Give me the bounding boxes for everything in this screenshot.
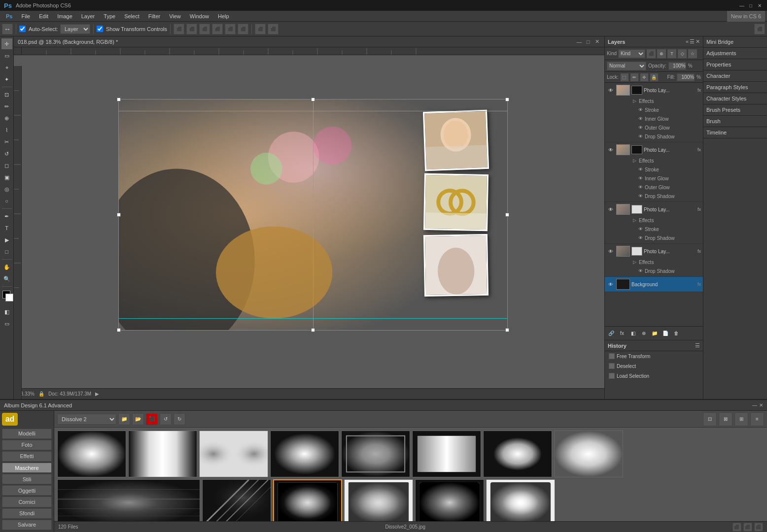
transform-handle-bm[interactable] xyxy=(311,328,315,332)
new-adj-layer-btn[interactable]: ⊕ xyxy=(639,329,648,338)
album-undo-btn[interactable]: ↺ xyxy=(160,413,172,425)
layer-2-effects-eye[interactable]: ▷ xyxy=(631,158,637,164)
brush-header[interactable]: Brush xyxy=(703,116,767,127)
kind-select[interactable]: Kind xyxy=(618,49,645,58)
quick-mask-btn[interactable]: ◧ xyxy=(1,306,12,317)
layer-item-1[interactable]: 👁 Photo Lay... fx ▷ Effects xyxy=(605,83,703,142)
album-minimize[interactable]: — xyxy=(752,402,757,408)
album-modelli-btn[interactable]: Modelli xyxy=(2,429,52,439)
filter-smart-btn[interactable]: ☆ xyxy=(688,49,697,58)
layer-1-drop-shadow-eye[interactable]: 👁 xyxy=(637,133,643,139)
layer-3-stroke-eye[interactable]: 👁 xyxy=(637,226,643,232)
album-sfondi-btn[interactable]: Sfondi xyxy=(2,508,52,519)
layers-panel-menu[interactable]: ☰ xyxy=(690,38,695,45)
layer-3-visibility[interactable]: 👁 xyxy=(607,205,615,213)
auto-select-dropdown[interactable]: Layer Group xyxy=(60,24,90,34)
transform-handle-br[interactable] xyxy=(505,328,509,332)
layer-item-4[interactable]: 👁 Photo Lay... fx ▷ Effects xyxy=(605,244,703,277)
marquee-tool[interactable]: ▭ xyxy=(1,50,12,61)
transform-handle-tl[interactable] xyxy=(117,98,121,101)
history-item-load-selection[interactable]: Load Selection xyxy=(605,371,703,381)
blend-mode-select[interactable]: Normal Dissolve Multiply xyxy=(607,62,646,70)
healing-tool[interactable]: ⊕ xyxy=(1,113,12,124)
mask-thumb-8[interactable] xyxy=(554,431,623,477)
add-style-btn[interactable]: fx xyxy=(618,329,627,338)
doc-maximize[interactable]: □ xyxy=(585,38,592,45)
menu-help[interactable]: Help xyxy=(214,12,233,20)
album-redo-btn[interactable]: ↻ xyxy=(174,413,185,425)
doc-minimize[interactable]: — xyxy=(576,38,583,45)
mask-thumb-3[interactable] xyxy=(199,431,268,477)
color-boxes[interactable] xyxy=(1,291,12,301)
layer-1-stroke-eye[interactable]: 👁 xyxy=(637,107,643,113)
transform-handle-tr[interactable] xyxy=(505,98,509,101)
album-stili-btn[interactable]: Stili xyxy=(2,474,52,484)
move-tool[interactable]: ✛ xyxy=(1,38,12,49)
clone-tool[interactable]: ✂ xyxy=(1,136,12,147)
album-folder-btn[interactable]: 📂 xyxy=(132,413,144,425)
album-mask-btn[interactable]: ⬛ xyxy=(146,413,158,425)
layer-4-fx[interactable]: fx xyxy=(697,249,701,254)
path-select-tool[interactable]: ▶ xyxy=(1,234,12,245)
lasso-tool[interactable]: ⌖ xyxy=(1,62,12,73)
mask-thumb-14[interactable] xyxy=(486,479,555,521)
menu-type[interactable]: Type xyxy=(100,12,119,20)
properties-header[interactable]: Properties xyxy=(703,59,767,70)
menu-file[interactable]: File xyxy=(17,12,34,20)
layer-2-fx[interactable]: fx xyxy=(697,147,701,152)
status-arrow[interactable]: ▶ xyxy=(95,391,99,397)
album-list-btn[interactable]: ≡ xyxy=(750,412,764,426)
background-color[interactable] xyxy=(5,294,13,301)
blur-tool[interactable]: ◎ xyxy=(1,184,12,195)
minimize-button[interactable]: — xyxy=(738,2,745,9)
layer-bg-fx[interactable]: fx xyxy=(697,282,701,287)
menu-window[interactable]: Window xyxy=(186,12,213,20)
align-right-btn[interactable]: ⬛ xyxy=(199,24,210,34)
mask-thumb-10[interactable] xyxy=(202,479,271,521)
doc-close[interactable]: ✕ xyxy=(593,38,600,45)
history-brush-tool[interactable]: ↺ xyxy=(1,148,12,159)
filter-type-btn[interactable]: T xyxy=(667,49,676,58)
fill-input[interactable] xyxy=(677,73,695,81)
opacity-input[interactable] xyxy=(668,62,686,70)
screen-mode-btn[interactable]: ▭ xyxy=(1,318,12,329)
auto-select-checkbox[interactable] xyxy=(19,26,26,32)
mask-thumb-2[interactable] xyxy=(128,431,197,477)
layer-4-visibility[interactable]: 👁 xyxy=(607,247,615,255)
new-in-cs6-badge[interactable]: New in CS 6 xyxy=(727,11,765,22)
layer-item-background[interactable]: 👁 Background fx xyxy=(605,277,703,292)
menu-filter[interactable]: Filter xyxy=(144,12,164,20)
layer-2-visibility[interactable]: 👁 xyxy=(607,146,615,154)
filter-pixel-btn[interactable]: ⬛ xyxy=(647,49,656,58)
type-tool[interactable]: T xyxy=(1,223,12,233)
transform-handle-ml[interactable] xyxy=(117,213,121,217)
album-folder-open-btn[interactable]: 📁 xyxy=(118,413,130,425)
mask-thumb-7[interactable] xyxy=(483,431,552,477)
eraser-tool[interactable]: ◻ xyxy=(1,160,12,171)
history-panel-menu[interactable]: ☰ xyxy=(695,342,700,349)
character-styles-header[interactable]: Character Styles xyxy=(703,93,767,104)
menu-ps[interactable]: Ps xyxy=(2,12,16,20)
layer-2-outer-glow-eye[interactable]: 👁 xyxy=(637,184,643,190)
timeline-header[interactable]: Timeline xyxy=(703,127,767,138)
crop-tool[interactable]: ⊡ xyxy=(1,89,12,100)
align-middle-btn[interactable]: ⬛ xyxy=(225,24,236,34)
album-status-btn1[interactable]: ⬛ xyxy=(732,523,741,532)
history-item-free-transform[interactable]: Free Transform xyxy=(605,351,703,361)
paragraph-styles-header[interactable]: Paragraph Styles xyxy=(703,82,767,93)
show-transform-checkbox[interactable] xyxy=(97,26,103,32)
canvas-container[interactable] xyxy=(22,55,604,374)
adjustments-header[interactable]: Adjustments xyxy=(703,48,767,59)
menu-layer[interactable]: Layer xyxy=(77,12,99,20)
menu-select[interactable]: Select xyxy=(120,12,143,20)
album-deselect-btn[interactable]: ⊠ xyxy=(719,412,732,426)
layers-panel-collapse[interactable]: « xyxy=(686,38,689,45)
zoom-tool[interactable]: 🔍 xyxy=(1,273,12,284)
album-cornici-btn[interactable]: Cornici xyxy=(2,497,52,507)
layer-1-outer-glow-eye[interactable]: 👁 xyxy=(637,125,643,131)
link-layers-btn[interactable]: 🔗 xyxy=(607,329,616,338)
mask-thumb-9[interactable] xyxy=(57,479,200,521)
mask-thumb-12[interactable] xyxy=(344,479,413,521)
album-maschere-btn[interactable]: Maschere xyxy=(2,463,52,473)
distribute2-btn[interactable]: ⬛ xyxy=(268,24,279,34)
